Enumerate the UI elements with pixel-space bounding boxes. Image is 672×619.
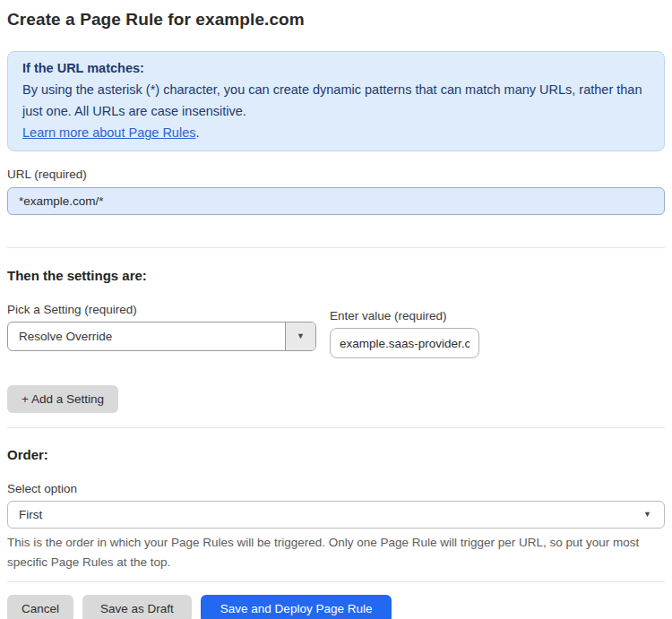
info-box-link-line: Learn more about Page Rules. — [22, 122, 650, 143]
link-period: . — [195, 125, 199, 140]
setting-picker-label: Pick a Setting (required) — [7, 302, 316, 318]
settings-section-heading: Then the settings are: — [7, 267, 665, 284]
page-rule-form: Create a Page Rule for example.com If th… — [0, 0, 672, 619]
chevron-down-icon: ▼ — [297, 332, 305, 340]
save-as-draft-button[interactable]: Save as Draft — [82, 595, 192, 619]
chevron-down-icon: ▼ — [643, 511, 651, 519]
save-and-deploy-button[interactable]: Save and Deploy Page Rule — [201, 595, 392, 619]
setting-picker-arrow-box: ▼ — [285, 322, 315, 350]
add-setting-button[interactable]: + Add a Setting — [7, 385, 118, 413]
setting-picker-dropdown[interactable]: Resolve Override ▼ — [7, 322, 316, 351]
order-selected-value: First — [19, 508, 42, 521]
url-field-label: URL (required) — [7, 167, 665, 183]
url-match-info-box: If the URL matches: By using the asteris… — [7, 51, 665, 151]
section-divider — [7, 427, 665, 428]
setting-picker-selected-value: Resolve Override — [8, 322, 285, 350]
info-box-heading: If the URL matches: — [22, 57, 650, 79]
section-divider — [7, 581, 665, 582]
setting-value-input[interactable] — [330, 328, 479, 358]
section-divider — [7, 247, 665, 248]
url-input[interactable] — [7, 187, 665, 215]
settings-row: Pick a Setting (required) Resolve Overri… — [7, 302, 665, 358]
info-box-body: By using the asterisk (*) character, you… — [22, 79, 650, 122]
order-select-dropdown[interactable]: First ▼ — [7, 501, 665, 529]
setting-picker-column: Pick a Setting (required) Resolve Overri… — [7, 302, 316, 351]
setting-value-column: Enter value (required) — [330, 308, 479, 358]
cancel-button[interactable]: Cancel — [7, 595, 73, 619]
page-title: Create a Page Rule for example.com — [7, 9, 665, 30]
order-select-label: Select option — [7, 481, 665, 497]
order-help-text: This is the order in which your Page Rul… — [7, 533, 665, 572]
learn-more-link[interactable]: Learn more about Page Rules — [22, 125, 195, 140]
order-section-heading: Order: — [7, 446, 665, 463]
footer-actions: Cancel Save as Draft Save and Deploy Pag… — [7, 595, 665, 619]
setting-value-label: Enter value (required) — [330, 308, 479, 324]
